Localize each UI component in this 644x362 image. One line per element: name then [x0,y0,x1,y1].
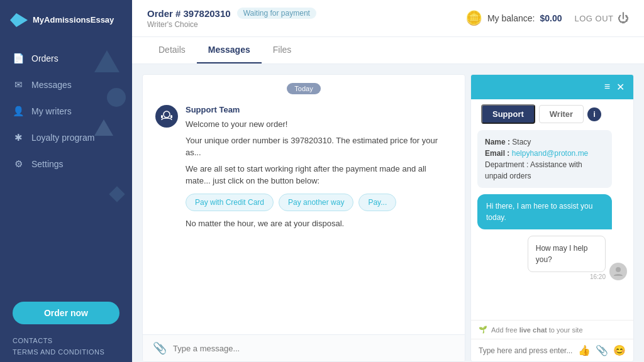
order-id: 397820310 [184,8,231,19]
order-label: Order # [147,8,180,19]
tabs-bar: Details Messages Files [132,37,644,64]
user-message-wrap: How may I help you? 16:20 [477,236,627,280]
pay-credit-card-button[interactable]: Pay with Credit Card [186,194,274,211]
status-badge: Waiting for payment [237,8,316,19]
support-input-row: 👍 📎 😊 [471,339,633,361]
chat-date-badge: Today [287,83,320,94]
agent-message-wrap: Hi there, I am here to assist you today. [477,194,627,229]
pay-other-button[interactable]: Pay... [358,194,396,211]
chat-message: Support Team Welcome to your new order! … [155,105,452,229]
message-time: 16:20 [590,273,606,280]
svg-point-4 [616,267,621,272]
tab-details[interactable]: Details [147,37,197,63]
main-content: Order # 397820310 Waiting for payment Wr… [132,0,644,362]
balance-icon: 🪙 [465,10,482,26]
sidebar-item-settings[interactable]: ⚙ Settings [0,151,132,177]
user-icon [613,266,624,277]
logout-button[interactable]: LOG OUT ⏻ [574,12,629,25]
user-message: How may I help you? [528,236,606,272]
support-tab-writer[interactable]: Writer [539,105,584,123]
agent-department: Department : Assistance with unpaid orde… [485,159,604,182]
logo-text: MyAdmissionsEssay [33,15,114,25]
sidebar-item-writers-label: My writers [31,106,72,116]
deco-triangle-1 [94,50,119,72]
emoji-icon[interactable]: 😊 [613,344,626,356]
loyalty-icon: ✱ [13,132,24,143]
sidebar-item-loyalty-label: Loyalty program [31,133,94,143]
chat-messages: Support Team Welcome to your new order! … [143,99,465,334]
sidebar-item-messages-label: Messages [31,80,72,90]
header: Order # 397820310 Waiting for payment Wr… [132,0,644,37]
support-input-icons: 👍 📎 😊 [578,344,626,356]
content-area: Today Support Team Welcome to your [132,64,644,362]
pay-another-way-button[interactable]: Pay another way [279,194,353,211]
sidebar-logo: MyAdmissionsEssay [0,0,132,40]
chat-bubble: Support Team Welcome to your new order! … [186,105,452,229]
support-messages: Name : Stacy Email : helpyhand@proton.me… [471,124,633,320]
support-panel: ≡ ✕ Support Writer i Name : Stacy Email … [470,74,634,362]
paperclip-icon[interactable]: 📎 [596,344,608,356]
messages-icon: ✉ [13,79,24,90]
order-title: Order # 397820310 Waiting for payment [147,8,316,19]
chat-message-4: No matter the hour, we are at your dispo… [186,217,452,230]
order-type: Writer's Choice [147,20,316,29]
support-header: ≡ ✕ [471,75,633,99]
chat-message-2: Your unique order number is 397820310. T… [186,134,452,159]
svg-marker-0 [10,13,28,27]
svg-rect-2 [161,115,163,118]
logout-icon: ⏻ [618,12,630,25]
agent-email: Email : helpyhand@proton.me [485,148,604,159]
footer-ad-text: Add free live chat to your site [491,326,583,334]
sidebar-nav: 📄 Orders ✉ Messages 👤 My writers ✱ Loyal… [0,40,132,295]
support-footer-ad: 🌱 Add free live chat to your site [471,320,633,339]
header-right: 🪙 My balance: $0.00 LOG OUT ⏻ [465,10,629,26]
balance-amount: $0.00 [540,13,562,23]
sidebar: MyAdmissionsEssay 📄 Orders ✉ Messages 👤 … [0,0,132,362]
header-left: Order # 397820310 Waiting for payment Wr… [147,8,316,29]
agent-message: Hi there, I am here to assist you today. [477,194,612,229]
attach-icon[interactable]: 📎 [153,341,167,355]
tab-messages[interactable]: Messages [197,37,262,63]
writers-icon: 👤 [13,106,24,117]
sidebar-footer: CONTACTS TERMS AND CONDITIONS [0,331,132,362]
order-now-button[interactable]: Order now [13,302,119,324]
menu-icon[interactable]: ≡ [604,81,610,93]
headset-icon [160,109,174,123]
close-icon[interactable]: ✕ [616,81,625,93]
main-chat-panel: Today Support Team Welcome to your [142,74,465,362]
info-icon-button[interactable]: i [587,107,601,121]
svg-rect-3 [170,115,172,118]
agent-info-card: Name : Stacy Email : helpyhand@proton.me… [477,130,612,188]
support-avatar [155,105,178,128]
user-avatar [609,263,627,280]
logo-icon [10,11,28,29]
plant-icon: 🌱 [479,326,487,334]
agent-name: Name : Stacy [485,136,604,148]
chat-input-area: 📎 [143,334,465,361]
thumbs-up-icon[interactable]: 👍 [578,344,591,356]
deco-triangle-2 [94,119,113,136]
chat-message-3: We are all set to start working right af… [186,163,452,187]
payment-buttons: Pay with Credit Card Pay another way Pay… [186,194,452,211]
orders-icon: 📄 [13,53,24,64]
sidebar-item-settings-label: Settings [31,159,64,169]
support-chat-input[interactable] [479,346,573,355]
contacts-link[interactable]: CONTACTS [13,337,119,344]
support-tabs-row: Support Writer i [471,99,633,124]
sender-name: Support Team [186,105,452,114]
chat-message-1: Welcome to your new order! [186,118,452,131]
svg-point-1 [164,111,170,118]
sidebar-item-orders-label: Orders [31,53,58,63]
support-header-icons: ≡ ✕ [604,81,625,93]
logout-label: LOG OUT [574,14,613,23]
order-number: Order # 397820310 [147,8,231,19]
support-tab-support[interactable]: Support [481,104,535,124]
terms-link[interactable]: TERMS AND CONDITIONS [13,348,119,356]
chat-input[interactable] [173,344,455,353]
balance: 🪙 My balance: $0.00 [465,10,562,26]
settings-icon: ⚙ [13,158,24,170]
deco-circle-1 [107,88,126,107]
tab-files[interactable]: Files [262,37,303,63]
chat-date: Today [143,75,465,99]
balance-label: My balance: [487,13,535,23]
